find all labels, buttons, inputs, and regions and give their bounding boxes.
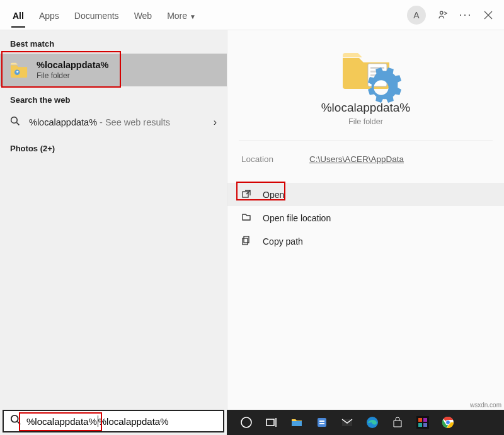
web-result-row[interactable]: %localappdata% - See web results › (0, 110, 227, 135)
action-copy-path-label: Copy path (263, 236, 303, 246)
action-open-location[interactable]: Open file location (227, 206, 504, 229)
search-icon (10, 414, 21, 428)
location-label: Location (241, 154, 309, 164)
web-suffix: - See web results (97, 117, 170, 127)
taskbar (227, 410, 504, 435)
svg-rect-21 (423, 423, 427, 427)
svg-rect-20 (418, 423, 422, 427)
preview: %localappdata% File folder (239, 42, 493, 141)
svg-point-0 (440, 11, 444, 14)
best-match-item[interactable]: %localappdata% File folder (0, 54, 227, 86)
app-icon-1[interactable] (315, 415, 329, 429)
tab-web[interactable]: Web (127, 3, 160, 27)
web-query: %localappdata% (29, 117, 97, 127)
best-match-text: %localappdata% File folder (37, 60, 108, 80)
svg-rect-7 (243, 192, 248, 197)
action-copy-path[interactable]: Copy path (227, 229, 504, 253)
svg-rect-19 (423, 418, 427, 422)
open-icon (241, 188, 254, 200)
location-row: Location C:\Users\ACER\AppData (227, 141, 504, 175)
more-icon[interactable]: ··· (460, 9, 471, 21)
action-open-label: Open (263, 190, 284, 200)
action-open[interactable]: Open (227, 183, 504, 206)
search-icon (10, 116, 21, 129)
best-match-heading: Best match (0, 30, 227, 54)
search-web-heading: Search the web (0, 86, 227, 110)
search-bar[interactable]: %localappdata% (3, 410, 224, 432)
svg-rect-13 (318, 418, 326, 427)
search-input[interactable] (98, 416, 223, 427)
gear-icon (354, 66, 408, 112)
avatar[interactable]: A (407, 6, 426, 25)
actions: Open Open file location Copy path (227, 183, 504, 253)
action-open-location-label: Open file location (263, 213, 331, 223)
cortana-icon[interactable] (239, 415, 253, 429)
mail-icon[interactable] (340, 415, 354, 429)
left-pane: Best match %localappdata% File folder Se… (0, 30, 227, 411)
tab-documents[interactable]: Documents (67, 3, 127, 27)
svg-rect-9 (243, 238, 248, 245)
svg-point-10 (11, 415, 18, 422)
close-icon[interactable] (483, 9, 494, 21)
app-icon-2[interactable] (416, 415, 430, 429)
folder-icon (9, 60, 29, 80)
search-input-text: %localappdata% (26, 416, 97, 427)
svg-rect-15 (319, 423, 324, 424)
tabs: All Apps Documents Web More▼ (5, 3, 203, 27)
best-match-subtitle: File folder (37, 71, 108, 80)
photos-heading: Photos (2+) (0, 135, 227, 158)
edge-icon[interactable] (365, 415, 379, 429)
tab-more[interactable]: More▼ (159, 3, 203, 27)
best-match-title: %localappdata% (37, 60, 108, 70)
folder-outline-icon (241, 212, 254, 224)
chevron-right-icon: › (214, 117, 217, 128)
header: All Apps Documents Web More▼ A ··· (0, 0, 504, 30)
svg-rect-12 (266, 419, 274, 426)
big-folder-icon (339, 48, 393, 92)
preview-subtitle: File folder (348, 117, 383, 126)
chrome-icon[interactable] (441, 415, 455, 429)
svg-rect-8 (244, 236, 249, 243)
watermark: wsxdn.com (470, 402, 501, 409)
location-value[interactable]: C:\Users\ACER\AppData (309, 154, 404, 164)
web-result-text: %localappdata% - See web results (29, 117, 170, 127)
explorer-icon[interactable] (290, 415, 304, 429)
copy-icon (241, 235, 254, 247)
svg-point-11 (241, 417, 251, 427)
body: Best match %localappdata% File folder Se… (0, 30, 504, 411)
svg-rect-14 (319, 420, 324, 422)
tab-all[interactable]: All (5, 3, 32, 27)
task-view-icon[interactable] (265, 415, 278, 429)
store-icon[interactable] (391, 415, 404, 429)
chevron-down-icon: ▼ (190, 13, 196, 20)
svg-point-2 (11, 117, 18, 124)
tab-apps[interactable]: Apps (32, 3, 67, 27)
right-pane: %localappdata% File folder Location C:\U… (227, 30, 504, 411)
header-actions: A ··· (407, 6, 499, 25)
svg-rect-18 (418, 418, 422, 422)
tab-more-label: More (167, 11, 187, 21)
feedback-icon[interactable] (437, 9, 449, 21)
